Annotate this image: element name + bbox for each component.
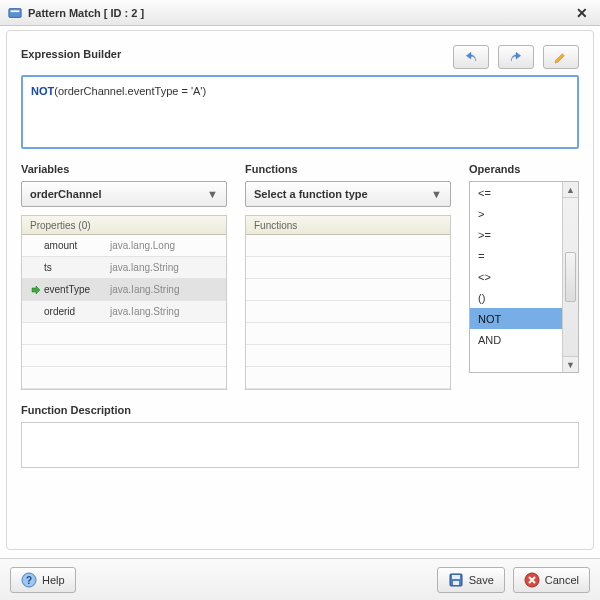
table-row[interactable]: orderidjava.Iang.String — [22, 301, 226, 323]
list-item[interactable] — [246, 367, 450, 389]
table-row[interactable]: amountjava.lang.Long — [22, 235, 226, 257]
operand-item[interactable]: > — [470, 203, 562, 224]
cancel-label: Cancel — [545, 574, 579, 586]
list-item[interactable] — [246, 345, 450, 367]
property-name: orderid — [44, 306, 104, 317]
cancel-button[interactable]: Cancel — [513, 567, 590, 593]
property-type: java.Iang.String — [110, 284, 180, 295]
variables-combo-text: orderChannel — [30, 188, 102, 200]
list-item[interactable] — [246, 301, 450, 323]
scroll-thumb[interactable] — [565, 252, 576, 302]
window-title: Pattern Match [ ID : 2 ] — [28, 7, 572, 19]
toolbar — [447, 45, 579, 69]
svg-rect-1 — [11, 10, 20, 12]
operands-section: Operands <=>>==<>()NOTAND ▲ ▼ — [469, 163, 579, 390]
help-label: Help — [42, 574, 65, 586]
variables-grid: amountjava.lang.Longtsjava.lang.Stringev… — [21, 235, 227, 390]
window-icon — [8, 6, 22, 20]
operand-item[interactable]: >= — [470, 224, 562, 245]
dialog-body: Expression Builder NOT(orderChannel.even… — [0, 26, 600, 556]
svg-rect-6 — [453, 581, 459, 585]
expression-keyword: NOT — [31, 85, 54, 97]
property-name: ts — [44, 262, 104, 273]
function-description-box — [21, 422, 579, 468]
undo-button[interactable] — [453, 45, 489, 69]
list-item[interactable] — [246, 279, 450, 301]
expression-textarea[interactable]: NOT(orderChannel.eventType = 'A') — [21, 75, 579, 149]
save-button[interactable]: Save — [437, 567, 505, 593]
property-type: java.lang.Long — [110, 240, 175, 251]
operand-item[interactable]: <> — [470, 266, 562, 287]
functions-label: Functions — [245, 163, 451, 175]
function-description-label: Function Description — [21, 404, 579, 416]
chevron-down-icon: ▼ — [431, 188, 442, 200]
property-name: eventType — [44, 284, 104, 295]
redo-button[interactable] — [498, 45, 534, 69]
table-row[interactable]: tsjava.lang.String — [22, 257, 226, 279]
list-item[interactable] — [246, 323, 450, 345]
help-button[interactable]: ? Help — [10, 567, 76, 593]
table-row[interactable] — [22, 345, 226, 367]
svg-rect-5 — [452, 575, 460, 579]
save-icon — [448, 572, 464, 588]
row-marker-icon — [28, 285, 44, 295]
property-type: java.Iang.String — [110, 306, 180, 317]
list-item[interactable] — [246, 257, 450, 279]
help-icon: ? — [21, 572, 37, 588]
table-row[interactable] — [22, 367, 226, 389]
save-label: Save — [469, 574, 494, 586]
operands-list: <=>>==<>()NOTAND ▲ ▼ — [469, 181, 579, 373]
functions-combo[interactable]: Select a function type ▼ — [245, 181, 451, 207]
title-bar: Pattern Match [ ID : 2 ] ✕ — [0, 0, 600, 26]
property-name: amount — [44, 240, 104, 251]
footer: ? Help Save Cancel — [0, 558, 600, 600]
svg-text:?: ? — [26, 575, 32, 586]
operand-item[interactable]: () — [470, 287, 562, 308]
variables-combo[interactable]: orderChannel ▼ — [21, 181, 227, 207]
variables-label: Variables — [21, 163, 227, 175]
svg-rect-0 — [9, 8, 21, 17]
functions-grid — [245, 235, 451, 390]
expression-builder-label: Expression Builder — [21, 48, 121, 60]
cancel-icon — [524, 572, 540, 588]
edit-button[interactable] — [543, 45, 579, 69]
property-type: java.lang.String — [110, 262, 179, 273]
functions-section: Functions Select a function type ▼ Funct… — [245, 163, 451, 390]
scroll-up-icon[interactable]: ▲ — [563, 182, 578, 198]
operand-item[interactable]: NOT — [470, 308, 562, 329]
operand-item[interactable]: <= — [470, 182, 562, 203]
scroll-down-icon[interactable]: ▼ — [563, 356, 578, 372]
operands-label: Operands — [469, 163, 579, 175]
variables-grid-header: Properties (0) — [21, 215, 227, 235]
table-row[interactable] — [22, 323, 226, 345]
chevron-down-icon: ▼ — [207, 188, 218, 200]
table-row[interactable]: eventTypejava.Iang.String — [22, 279, 226, 301]
list-item[interactable] — [246, 235, 450, 257]
functions-combo-text: Select a function type — [254, 188, 368, 200]
close-icon[interactable]: ✕ — [572, 5, 592, 21]
expression-text: (orderChannel.eventType = 'A') — [54, 85, 206, 97]
operand-item[interactable]: AND — [470, 329, 562, 350]
variables-section: Variables orderChannel ▼ Properties (0) … — [21, 163, 227, 390]
scrollbar[interactable]: ▲ ▼ — [562, 182, 578, 372]
functions-grid-header: Functions — [245, 215, 451, 235]
main-panel: Expression Builder NOT(orderChannel.even… — [6, 30, 594, 550]
operand-item[interactable]: = — [470, 245, 562, 266]
